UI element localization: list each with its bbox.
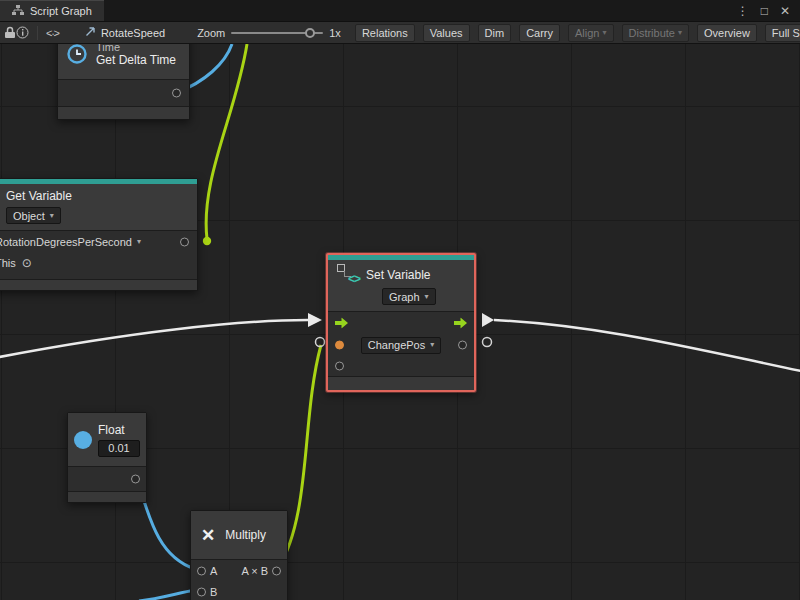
float-value-field[interactable]: 0.01 [98,440,140,457]
variable-target-row[interactable]: This ⊙ [0,252,197,273]
info-icon[interactable] [16,24,29,42]
graph-icon [12,5,24,18]
clock-icon [66,44,88,65]
port-value-input[interactable] [335,362,344,371]
variable-name-row: ChangePos ▾ [328,334,474,356]
code-view-icon[interactable]: <∙> [46,24,59,42]
port-label-a: A [210,565,217,577]
variable-name-dropdown[interactable]: ChangePos ▾ [361,337,442,354]
flow-wire-in-arrow [308,313,322,327]
port-multiply-b[interactable] [197,587,206,596]
node-surtitle: Time [96,44,176,53]
flow-output-arrow[interactable] [454,318,467,329]
port-multiply-a[interactable] [197,566,206,575]
node-get-delta-time[interactable]: Time Get Delta Time [57,44,190,120]
variable-kind-dropdown[interactable]: Object ▾ [6,207,61,224]
zoom-slider-handle[interactable] [305,28,315,38]
target-icon: ⊙ [22,256,32,270]
node-title: Set Variable [366,268,430,282]
window-controls: ⋮ □ ✕ [737,0,800,21]
fullscreen-button[interactable]: Full Screen [765,24,800,42]
zoom-slider[interactable] [231,32,323,34]
node-multiply[interactable]: ✕ Multiply A A × B B [190,510,288,600]
chevron-down-icon: ▾ [137,238,141,246]
port-float-output[interactable] [131,475,140,484]
zoom-value: 1x [329,27,341,39]
node-float-literal[interactable]: Float 0.01 [67,412,147,503]
unconnected-port-ring-right[interactable] [483,338,492,347]
node-get-variable[interactable]: Get Variable Object ▾ RotationDegreesPer… [0,178,198,291]
port-label-b: B [210,586,217,598]
variable-kind-dropdown[interactable]: Graph ▾ [382,288,436,305]
close-icon[interactable]: ✕ [780,4,790,18]
node-title: Get Delta Time [96,53,176,67]
port-delta-time-output[interactable] [172,89,181,98]
toolbar-separator [37,26,38,40]
zoom-label: Zoom [197,27,225,39]
node-title: Float [98,423,140,437]
zoom-control: Zoom 1x [197,27,341,39]
connected-port-dot[interactable] [203,237,211,245]
distribute-button[interactable]: Distribute▾ [622,24,689,42]
dim-button[interactable]: Dim [478,24,512,42]
port-label-output: A × B [241,565,268,577]
graph-toolbar: <∙> RotateSpeed Zoom 1x Relations Values… [0,22,800,44]
tab-bar: Script Graph ⋮ □ ✕ [0,0,800,22]
flow-wire-out-arrow [482,313,494,327]
float-icon [74,431,92,449]
node-title: Get Variable [6,189,189,203]
values-button[interactable]: Values [423,24,470,42]
variable-name-row[interactable]: RotationDegreesPerSecond ▾ [0,231,197,252]
chevron-down-icon: ▾ [425,293,429,301]
node-title: Multiply [225,528,266,542]
maximize-icon[interactable]: □ [761,4,768,18]
node-set-variable[interactable]: <> Set Variable Graph ▾ [326,253,476,392]
relations-button[interactable]: Relations [355,24,415,42]
flow-ports-row [328,312,474,334]
carry-button[interactable]: Carry [519,24,560,42]
lock-icon[interactable] [4,24,16,42]
flow-wire-in [0,320,308,358]
chevron-down-icon: ▾ [430,341,434,349]
multiply-icon: ✕ [201,527,215,544]
toolbar-buttons: Relations Values Dim Carry Align▾ Distri… [355,24,800,42]
chevron-down-icon: ▾ [602,29,606,37]
graph-canvas[interactable]: Time Get Delta Time Get Variable Object … [0,44,800,600]
tab-label: Script Graph [30,5,92,17]
graph-breadcrumb[interactable]: RotateSpeed [85,26,165,39]
port-multiply-output[interactable] [272,566,281,575]
script-graph-asset-icon [85,26,96,39]
value-wire-lime-top [206,44,247,239]
overview-button[interactable]: Overview [697,24,757,42]
unconnected-port-ring-left[interactable] [316,338,325,347]
graph-name-label: RotateSpeed [101,27,165,39]
value-input-row [328,356,474,376]
chevron-down-icon: ▾ [50,212,54,220]
port-variable-name-input[interactable] [335,341,344,350]
set-variable-icon: <> [336,264,360,286]
flow-input-arrow[interactable] [335,318,348,329]
align-button[interactable]: Align▾ [568,24,613,42]
chevron-down-icon: ▾ [678,29,682,37]
port-variable-name-input[interactable] [180,237,189,246]
port-value-output[interactable] [458,341,467,350]
value-wire-bottom [139,590,195,600]
tab-script-graph[interactable]: Script Graph [0,0,104,21]
menu-icon[interactable]: ⋮ [737,4,749,18]
flow-wire-out [494,320,800,372]
script-graph-window: Script Graph ⋮ □ ✕ <∙> RotateSpeed Zoom [0,0,800,600]
